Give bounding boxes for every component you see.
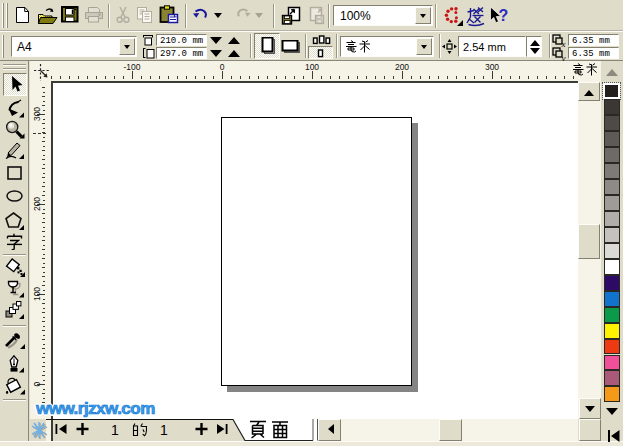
svg-text:?: ? [499, 7, 509, 24]
svg-text:y: y [561, 53, 566, 61]
svg-text:x: x [561, 39, 566, 47]
